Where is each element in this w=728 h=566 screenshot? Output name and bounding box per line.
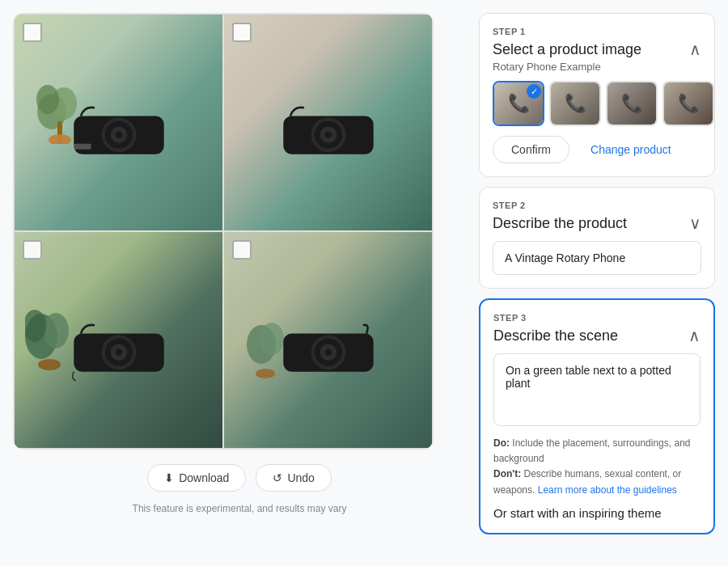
step1-subtitle: Rotary Phone Example [493,61,701,73]
product-description-input[interactable] [493,241,701,275]
step2-title: Describe the product [493,215,627,232]
experimental-text: This feature is experimental, and result… [13,503,466,517]
svg-rect-10 [74,144,91,150]
step3-title: Describe the scene [493,327,618,344]
svg-point-15 [324,131,332,138]
thumbnail-3[interactable]: 📞 [606,81,658,126]
left-panel: ⬇ Download ↺ Undo This feature is experi… [13,13,466,553]
svg-point-32 [324,348,332,356]
image-cell-4[interactable] [223,231,433,449]
step1-title: Select a product image [493,41,641,58]
guidelines-link[interactable]: Learn more about the guidelines [538,484,677,496]
step1-card: STEP 1 Select a product image ∧ Rotary P… [479,13,715,177]
thumbnail-2[interactable]: 📞 [549,81,601,126]
do-text: Include the placement, surroundings, and… [493,437,691,464]
confirm-button[interactable]: Confirm [493,136,569,163]
scene-description-textarea[interactable]: On a green table next to a potted plant [493,353,700,426]
do-guideline: Do: Include the placement, surroundings,… [493,436,700,467]
step3-card: STEP 3 Describe the scene ∧ On a green t… [479,298,715,534]
download-icon: ⬇ [164,471,174,484]
step1-label: STEP 1 [493,27,701,36]
step2-header: Describe the product ∨ [493,213,701,233]
svg-point-19 [38,359,61,370]
theme-title: Or start with an inspiring theme [493,506,700,520]
step3-label: STEP 3 [493,313,700,323]
svg-point-17 [43,313,69,348]
thumbnail-row: 📞 ✓ 📞 📞 [493,81,701,126]
phone-icon-1 [70,101,167,166]
step2-card: STEP 2 Describe the product ∨ [479,187,715,289]
bottom-bar: ⬇ Download ↺ Undo [13,458,466,495]
phone-icon-4 [280,319,377,383]
svg-point-24 [115,348,122,356]
dont-label: Don't: [493,468,521,479]
image-cell-1[interactable] [14,14,223,231]
phone-icon-2 [280,101,377,166]
undo-icon: ↺ [273,471,282,484]
thumb1-check: ✓ [527,84,541,99]
phone-icon-3 [70,319,167,383]
cell1-checkbox[interactable] [23,23,42,42]
plant-icon-3 [25,292,74,373]
step1-actions: Confirm Change product [493,136,701,163]
image-cell-3[interactable] [14,231,223,449]
right-panel: STEP 1 Select a product image ∧ Rotary P… [466,13,715,553]
guidelines: Do: Include the placement, surroundings,… [493,436,700,498]
step3-chevron-icon[interactable]: ∧ [688,326,700,345]
svg-point-9 [115,131,122,138]
thumb4-img: 📞 [664,82,713,125]
thumbnail-1[interactable]: 📞 ✓ [493,81,544,126]
undo-label: Undo [287,471,314,484]
step2-chevron-icon[interactable]: ∨ [689,213,701,233]
undo-button[interactable]: ↺ Undo [256,464,331,492]
cell2-checkbox[interactable] [232,23,252,42]
thumbnail-4[interactable]: 📞 [662,81,714,126]
svg-point-4 [49,134,71,144]
download-button[interactable]: ⬇ Download [147,464,246,492]
download-label: Download [179,471,229,484]
dont-guideline: Don't: Describe humans, sexual content, … [493,467,700,497]
step2-label: STEP 2 [493,201,701,210]
image-cell-2[interactable] [223,14,433,231]
do-label: Do: [493,437,510,449]
cell4-checkbox[interactable] [232,240,252,260]
svg-point-2 [36,85,59,114]
step1-header: Select a product image ∧ [493,40,701,59]
svg-point-27 [256,369,275,378]
cell3-checkbox[interactable] [23,240,42,260]
image-grid [13,13,434,450]
thumb2-img: 📞 [551,82,599,125]
step3-header: Describe the scene ∧ [493,326,700,345]
thumb3-img: 📞 [607,82,656,125]
change-product-button[interactable]: Change product [578,137,684,163]
step1-chevron-icon[interactable]: ∧ [689,40,701,59]
